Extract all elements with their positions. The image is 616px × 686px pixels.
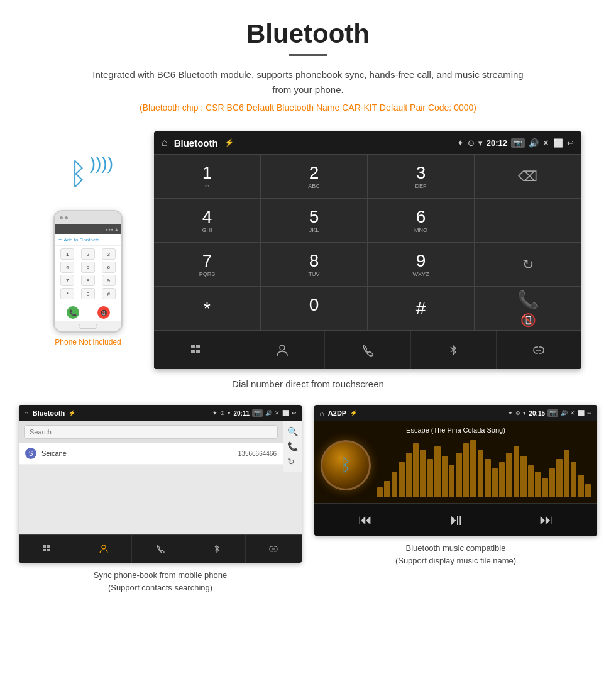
bluetooth-symbol-icon: ᛒ: [69, 157, 87, 191]
search-input[interactable]: [24, 425, 278, 439]
ms-usb-icon: ⚡: [350, 410, 357, 416]
svg-rect-2: [191, 350, 195, 353]
dial-key-6[interactable]: 6 MNO: [368, 199, 475, 243]
ms-volume-icon[interactable]: 🔊: [561, 410, 568, 416]
ms-status-right: ✦ ⊙ ▾ 20:15 📷 🔊 ✕ ⬜ ↩: [508, 409, 592, 417]
volume-icon[interactable]: 🔊: [529, 138, 539, 148]
dial-key-star[interactable]: *: [154, 287, 261, 331]
close-icon[interactable]: ✕: [542, 138, 549, 148]
phone-dot-2: [65, 216, 68, 219]
phone-key-1: 1: [60, 248, 74, 260]
phonebook-list: S Seicane 13566664466: [19, 421, 283, 472]
dial-key-0[interactable]: 0 +: [261, 287, 368, 331]
viz-bar: [520, 456, 526, 497]
pb-close-icon[interactable]: ✕: [275, 410, 280, 416]
pb-loc-icon: ⊙: [220, 410, 225, 416]
pb-link-btn[interactable]: [246, 535, 302, 563]
dial-num-3: 3: [416, 164, 426, 182]
keypad-row-2: 4 5 6: [57, 262, 119, 273]
plus-icon: +: [58, 236, 62, 243]
svg-rect-9: [47, 549, 50, 551]
camera-icon[interactable]: 📷: [511, 138, 525, 148]
search-side-icon[interactable]: 🔍: [287, 426, 298, 436]
viz-bar: [434, 446, 440, 497]
pb-phone-btn[interactable]: [132, 535, 189, 563]
dial-key-hash[interactable]: #: [368, 287, 475, 331]
pb-camera-icon[interactable]: 📷: [252, 409, 263, 417]
ms-window-icon[interactable]: ⬜: [578, 410, 585, 416]
keypad-row-3: 7 8 9: [57, 275, 119, 286]
phone-key-0: 0: [81, 288, 95, 299]
home-icon[interactable]: ⌂: [162, 137, 168, 148]
call-button-icon: 📞: [517, 289, 539, 310]
phone-add-contacts: + Add to Contacts: [55, 234, 121, 246]
prev-button[interactable]: ⏮: [358, 512, 372, 528]
dial-key-4[interactable]: 4 GHI: [154, 199, 261, 243]
phone-button[interactable]: [325, 331, 410, 369]
add-contacts-label: Add to Contacts: [63, 237, 99, 243]
dial-key-5[interactable]: 5 JKL: [261, 199, 368, 243]
ms-loc-icon: ⊙: [515, 410, 520, 416]
play-pause-button[interactable]: ⏯: [448, 510, 464, 529]
title-section: Bluetooth Integrated with BC6 Bluetooth …: [0, 0, 616, 131]
ms-home-icon[interactable]: ⌂: [319, 409, 324, 418]
description-text: Integrated with BC6 Bluetooth module, su…: [88, 67, 528, 97]
phone-end-button[interactable]: 📵: [97, 306, 110, 319]
music-content: Escape (The Pina Colada Song) ᛒ ⏮ ⏯ ⏭: [314, 421, 597, 536]
contact-row[interactable]: S Seicane 13566664466: [19, 443, 283, 465]
phone-side-icon[interactable]: 📞: [287, 441, 298, 451]
ms-camera-icon[interactable]: 📷: [547, 409, 558, 417]
dial-key-9[interactable]: 9 WXYZ: [368, 243, 475, 287]
svg-rect-6: [43, 545, 46, 548]
phone-key-7: 7: [60, 275, 74, 286]
ms-back-icon[interactable]: ↩: [587, 410, 592, 416]
dial-cell-refresh[interactable]: ↻: [475, 243, 581, 287]
pb-bluetooth-btn[interactable]: [189, 535, 246, 563]
phone-illustration: ᛒ )))) ●●● ▲ + Add to Contacts 1 2: [35, 131, 141, 346]
dial-cell-call-end[interactable]: 📞 📵: [475, 287, 581, 331]
dialpad-bottom-bar: [154, 331, 581, 369]
status-icons-group: ✦ ⊙ ▾ 20:12 📷 🔊 ✕ ⬜ ↩: [457, 138, 574, 148]
pb-grid-btn[interactable]: [19, 535, 75, 563]
ms-close-icon[interactable]: ✕: [570, 410, 575, 416]
pb-grid-icon: [43, 545, 52, 553]
viz-bar: [463, 443, 469, 497]
phone-home-button[interactable]: [79, 324, 97, 329]
pb-link-icon: [268, 546, 278, 552]
pb-status-right: ✦ ⊙ ▾ 20:11 📷 🔊 ✕ ⬜ ↩: [212, 409, 297, 417]
back-icon[interactable]: ↩: [567, 138, 574, 148]
phone-key-4: 4: [60, 262, 74, 273]
dial-key-2[interactable]: 2 ABC: [261, 155, 368, 199]
pb-window-icon[interactable]: ⬜: [282, 410, 289, 416]
viz-bar: [585, 484, 591, 497]
phone-call-button[interactable]: 📞: [67, 306, 79, 319]
dial-cell-backspace[interactable]: ⌫: [475, 155, 581, 199]
pb-person-btn[interactable]: [75, 535, 132, 563]
contacts-button[interactable]: [239, 331, 325, 369]
dial-key-7[interactable]: 7 PQRS: [154, 243, 261, 287]
keypad-row-1: 1 2 3: [57, 248, 119, 260]
dial-letters-9: WXYZ: [413, 271, 429, 277]
dial-num-0: 0: [309, 296, 319, 314]
pb-back-icon[interactable]: ↩: [292, 410, 297, 416]
grid-button[interactable]: [154, 331, 239, 369]
pb-wifi-icon: ▾: [228, 410, 231, 416]
refresh-side-icon[interactable]: ↻: [287, 456, 298, 467]
backspace-icon: ⌫: [518, 169, 537, 185]
window-icon[interactable]: ⬜: [553, 138, 563, 148]
pb-title: Bluetooth: [33, 409, 65, 417]
pb-volume-icon[interactable]: 🔊: [265, 410, 272, 416]
pb-usb-icon: ⚡: [69, 410, 75, 416]
link-button[interactable]: [497, 331, 581, 369]
pb-home-icon[interactable]: ⌂: [24, 409, 29, 418]
dial-key-1[interactable]: 1 ∞: [154, 155, 261, 199]
dial-key-3[interactable]: 3 DEF: [368, 155, 475, 199]
dial-key-8[interactable]: 8 TUV: [261, 243, 368, 287]
bluetooth-button[interactable]: [411, 331, 497, 369]
viz-bar: [406, 453, 412, 497]
pb-bt-icon: ✦: [212, 410, 217, 416]
signal-arcs-icon: )))): [90, 153, 113, 174]
music-item: ⌂ A2DP ⚡ ✦ ⊙ ▾ 20:15 📷 🔊 ✕ ⬜ ↩ Escape (T…: [314, 405, 597, 594]
next-button[interactable]: ⏭: [539, 512, 553, 528]
bottom-screenshots: ⌂ Bluetooth ⚡ ✦ ⊙ ▾ 20:11 📷 🔊 ✕ ⬜ ↩: [0, 405, 616, 594]
